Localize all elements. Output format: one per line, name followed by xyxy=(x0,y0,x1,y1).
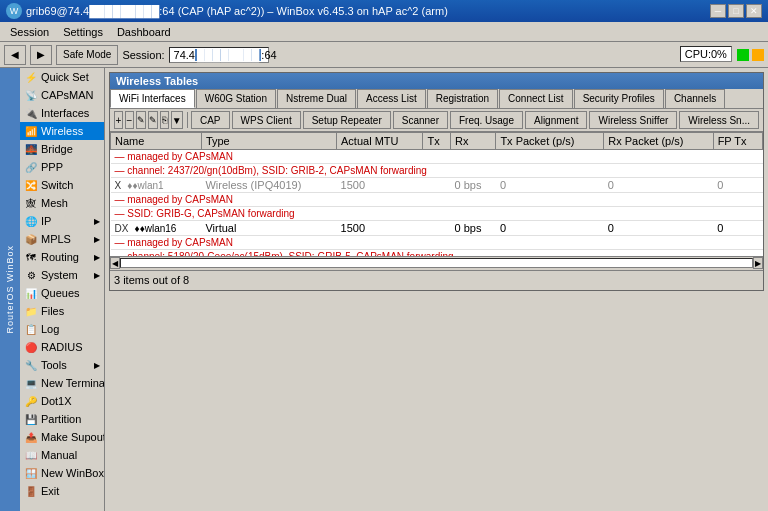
menu-dashboard[interactable]: Dashboard xyxy=(111,24,177,40)
sidebar-label-routing: Routing xyxy=(41,251,79,263)
sidebar-item-mesh[interactable]: 🕸 Mesh xyxy=(20,194,104,212)
sidebar-item-wireless[interactable]: 📶 Wireless xyxy=(20,122,104,140)
supout-icon: 📤 xyxy=(24,430,38,444)
minimize-button[interactable]: ─ xyxy=(710,4,726,18)
sidebar-item-routing[interactable]: 🗺 Routing ▶ xyxy=(20,248,104,266)
sidebar-item-system[interactable]: ⚙ System ▶ xyxy=(20,266,104,284)
col-rx: Rx xyxy=(451,133,496,150)
sidebar-item-quick-set[interactable]: ⚡ Quick Set xyxy=(20,68,104,86)
col-name: Name xyxy=(111,133,202,150)
wireless-tables-window: Wireless Tables WiFi Interfaces W60G Sta… xyxy=(109,72,764,291)
sidebar-item-log[interactable]: 📋 Log xyxy=(20,320,104,338)
tab-registration[interactable]: Registration xyxy=(427,89,498,108)
table-row[interactable]: — managed by CAPsMAN xyxy=(111,150,763,164)
ip-icon: 🌐 xyxy=(24,214,38,228)
title-bar-controls[interactable]: ─ □ ✕ xyxy=(710,4,762,18)
table-row-wlan1[interactable]: X ♦♦wlan1 Wireless (IPQ4019) 1500 0 bps … xyxy=(111,178,763,193)
title-bar-left: W grib69@74.4█████████:64 (CAP (hAP ac^2… xyxy=(6,3,448,19)
sidebar-item-capsman[interactable]: 📡 CAPsMAN xyxy=(20,86,104,104)
sidebar-item-interfaces[interactable]: 🔌 Interfaces xyxy=(20,104,104,122)
table-row[interactable]: — SSID: GRIB-G, CAPsMAN forwarding xyxy=(111,207,763,221)
managed-row-1: — managed by CAPsMAN xyxy=(111,150,763,164)
cell-rxpps-wlan1: 0 xyxy=(604,178,713,193)
sidebar-item-radius[interactable]: 🔴 RADIUS xyxy=(20,338,104,356)
safe-mode-button[interactable]: Safe Mode xyxy=(56,45,118,65)
routing-icon: 🗺 xyxy=(24,250,38,264)
sidebar-label-switch: Switch xyxy=(41,179,73,191)
managed-row-2: — managed by CAPsMAN xyxy=(111,193,763,207)
remove-button[interactable]: − xyxy=(125,111,134,129)
table-row[interactable]: — managed by CAPsMAN xyxy=(111,236,763,250)
sidebar-item-queues[interactable]: 📊 Queues xyxy=(20,284,104,302)
partition-icon: 💾 xyxy=(24,412,38,426)
sidebar-item-bridge[interactable]: 🌉 Bridge xyxy=(20,140,104,158)
sidebar-item-manual[interactable]: 📖 Manual xyxy=(20,446,104,464)
sidebar-item-tools[interactable]: 🔧 Tools ▶ xyxy=(20,356,104,374)
sidebar-item-exit[interactable]: 🚪 Exit xyxy=(20,482,104,500)
edit-button-1[interactable]: ✎ xyxy=(136,111,146,129)
sidebar-item-files[interactable]: 📁 Files xyxy=(20,302,104,320)
scroll-right-button[interactable]: ▶ xyxy=(753,257,763,269)
filter-button[interactable]: ▼ xyxy=(171,111,183,129)
maximize-button[interactable]: □ xyxy=(728,4,744,18)
table-row[interactable]: — channel: 2437/20/gn(10dBm), SSID: GRIB… xyxy=(111,164,763,178)
sidebar-item-ppp[interactable]: 🔗 PPP xyxy=(20,158,104,176)
menu-bar: Session Settings Dashboard xyxy=(0,22,768,42)
tab-access-list[interactable]: Access List xyxy=(357,89,426,108)
interfaces-icon: 🔌 xyxy=(24,106,38,120)
sidebar-item-new-winbox[interactable]: 🪟 New WinBox xyxy=(20,464,104,482)
quick-set-icon: ⚡ xyxy=(24,70,38,84)
table-row[interactable]: — managed by CAPsMAN xyxy=(111,193,763,207)
sidebar-item-dot1x[interactable]: 🔑 Dot1X xyxy=(20,392,104,410)
terminal-icon: 💻 xyxy=(24,376,38,390)
mesh-icon: 🕸 xyxy=(24,196,38,210)
title-bar: W grib69@74.4█████████:64 (CAP (hAP ac^2… xyxy=(0,0,768,22)
alignment-button[interactable]: Alignment xyxy=(525,111,587,129)
menu-session[interactable]: Session xyxy=(4,24,55,40)
freq-usage-button[interactable]: Freq. Usage xyxy=(450,111,523,129)
wireless-tab-bar: WiFi Interfaces W60G Station Nstreme Dua… xyxy=(110,89,763,109)
sidebar-item-make-supout[interactable]: 📤 Make Supout.rif xyxy=(20,428,104,446)
col-tx-pps: Tx Packet (p/s) xyxy=(496,133,604,150)
wps-client-button[interactable]: WPS Client xyxy=(232,111,301,129)
cell-rx-wlan1: 0 bps xyxy=(451,178,496,193)
table-row[interactable]: — channel: 5180/20-Ceee/ac(15dBm), SSID:… xyxy=(111,250,763,256)
scanner-button[interactable]: Scanner xyxy=(393,111,448,129)
table-row-wlan16[interactable]: DX ♦♦wlan16 Virtual 1500 0 bps 0 0 0 xyxy=(111,221,763,236)
files-icon: 📁 xyxy=(24,304,38,318)
tab-connect-list[interactable]: Connect List xyxy=(499,89,573,108)
sidebar-label-new-winbox: New WinBox xyxy=(41,467,104,479)
sidebar-item-ip[interactable]: 🌐 IP ▶ xyxy=(20,212,104,230)
session-value: 74.4████████:64 xyxy=(169,47,269,63)
tab-wifi-interfaces[interactable]: WiFi Interfaces xyxy=(110,89,195,108)
edit-button-2[interactable]: ✎ xyxy=(148,111,158,129)
tab-nstreme-dual[interactable]: Nstreme Dual xyxy=(277,89,356,108)
wireless-interfaces-table: Name Type Actual MTU Tx Rx Tx Packet (p/… xyxy=(110,132,763,256)
tab-channels[interactable]: Channels xyxy=(665,89,725,108)
cell-txpps-wlan1: 0 xyxy=(496,178,604,193)
menu-settings[interactable]: Settings xyxy=(57,24,109,40)
forward-button[interactable]: ▶ xyxy=(30,45,52,65)
back-button[interactable]: ◀ xyxy=(4,45,26,65)
sidebar-item-new-terminal[interactable]: 💻 New Terminal xyxy=(20,374,104,392)
sidebar-item-mpls[interactable]: 📦 MPLS ▶ xyxy=(20,230,104,248)
wireless-sniffer-button[interactable]: Wireless Sniffer xyxy=(589,111,677,129)
bottom-area xyxy=(105,295,768,512)
sidebar-item-partition[interactable]: 💾 Partition xyxy=(20,410,104,428)
scroll-left-button[interactable]: ◀ xyxy=(110,257,120,269)
horizontal-scrollbar[interactable] xyxy=(120,258,753,268)
queues-icon: 📊 xyxy=(24,286,38,300)
tab-security-profiles[interactable]: Security Profiles xyxy=(574,89,664,108)
add-button[interactable]: + xyxy=(114,111,123,129)
sidebar-label-ppp: PPP xyxy=(41,161,63,173)
setup-repeater-button[interactable]: Setup Repeater xyxy=(303,111,391,129)
cell-mtu-wlan1: 1500 xyxy=(337,178,423,193)
sidebar-label-radius: RADIUS xyxy=(41,341,83,353)
cap-button[interactable]: CAP xyxy=(191,111,230,129)
radius-icon: 🔴 xyxy=(24,340,38,354)
sidebar-item-switch[interactable]: 🔀 Switch xyxy=(20,176,104,194)
tab-w60g-station[interactable]: W60G Station xyxy=(196,89,276,108)
wireless-sn2-button[interactable]: Wireless Sn... xyxy=(679,111,759,129)
close-button[interactable]: ✕ xyxy=(746,4,762,18)
copy-button[interactable]: ⎘ xyxy=(160,111,169,129)
